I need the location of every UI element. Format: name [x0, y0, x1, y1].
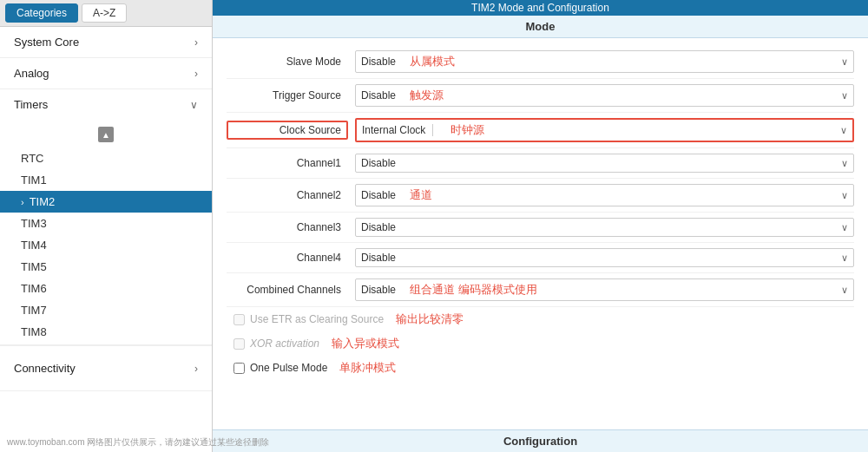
one-pulse-row: One Pulse Mode 单脉冲模式 [233, 356, 854, 380]
slave-mode-row: Slave Mode Disable 从属模式 ∨ [227, 45, 854, 79]
tim3-label: TIM3 [21, 217, 47, 230]
xor-activation-annotation: 输入异或模式 [332, 336, 399, 351]
slave-mode-dropdown-icon: ∨ [841, 56, 848, 68]
channel2-label: Channel2 [227, 189, 348, 201]
channel4-label: Channel4 [227, 252, 348, 264]
sidebar-item-rtc[interactable]: RTC [0, 147, 212, 169]
clock-source-dropdown-icon: ∨ [840, 125, 847, 136]
channel3-select[interactable]: Disable ∨ [355, 218, 854, 237]
channel3-value: Disable [361, 221, 396, 233]
trigger-source-row: Trigger Source Disable 触发源 ∨ [227, 79, 854, 113]
section-analog: Analog › [0, 58, 212, 89]
etr-clearing-row: Use ETR as Clearing Source 输出比较清零 [233, 307, 854, 331]
channel2-row: Channel2 Disable 通道 ∨ [227, 179, 854, 213]
sidebar-item-tim4[interactable]: TIM4 [0, 234, 212, 256]
timers-expand-button[interactable]: ▲ [98, 127, 114, 142]
trigger-source-select[interactable]: Disable 触发源 ∨ [355, 84, 854, 107]
tim5-label: TIM5 [21, 260, 47, 273]
combined-channels-dropdown-icon: ∨ [841, 285, 848, 296]
tim4-label: TIM4 [21, 239, 47, 252]
clock-source-value: Internal Clock [362, 124, 433, 136]
sidebar-item-tim3[interactable]: TIM3 [0, 213, 212, 234]
tim2-arrow-icon: › [21, 197, 24, 207]
channel2-dropdown-icon: ∨ [841, 190, 848, 201]
tim1-label: TIM1 [21, 174, 47, 187]
sidebar-item-tim1[interactable]: TIM1 [0, 169, 212, 191]
etr-clearing-checkbox[interactable] [233, 314, 245, 325]
channel2-select[interactable]: Disable 通道 ∨ [355, 184, 854, 206]
sidebar-item-tim6[interactable]: TIM6 [0, 278, 212, 299]
channel3-row: Channel3 Disable ∨ [227, 213, 854, 243]
trigger-source-annotation: 触发源 [410, 88, 444, 103]
main-content: TIM2 Mode and Configuration Mode Slave M… [213, 0, 868, 452]
trigger-source-label: Trigger Source [227, 89, 348, 102]
bottom-bar: Configuration [213, 429, 868, 452]
xor-activation-row: XOR activation 输入异或模式 [233, 331, 854, 356]
trigger-source-dropdown-icon: ∨ [841, 90, 848, 102]
channel1-select[interactable]: Disable ∨ [355, 154, 854, 173]
clock-source-select[interactable]: Internal Clock 时钟源 ∨ [355, 118, 854, 142]
combined-channels-annotation: 组合通道 编码器模式使用 [410, 282, 537, 298]
slave-mode-value: Disable [361, 56, 396, 68]
sidebar-tabs: Categories A->Z [0, 0, 212, 27]
channel1-row: Channel1 Disable ∨ [227, 148, 854, 179]
sidebar-content: System Core › Analog › Timers ∨ ▲ RTC [0, 27, 212, 452]
combined-channels-select[interactable]: Disable 组合通道 编码器模式使用 ∨ [355, 278, 854, 301]
tab-categories[interactable]: Categories [5, 3, 78, 23]
clock-source-row: Clock Source Internal Clock 时钟源 ∨ [227, 113, 854, 148]
analog-chevron: › [194, 68, 198, 80]
sidebar: Categories A->Z System Core › Analog › T… [0, 0, 213, 452]
section-timers: Timers ∨ ▲ RTC TIM1 › TIM2 TIM3 [0, 89, 212, 345]
combined-channels-value: Disable [361, 284, 396, 296]
tim8-label: TIM8 [21, 325, 47, 338]
sidebar-item-tim5[interactable]: TIM5 [0, 256, 212, 278]
tim6-label: TIM6 [21, 282, 47, 295]
system-core-header[interactable]: System Core › [0, 27, 212, 57]
timers-header[interactable]: Timers ∨ [0, 89, 212, 120]
combined-channels-row: Combined Channels Disable 组合通道 编码器模式使用 ∨ [227, 273, 854, 307]
timers-items: ▲ RTC TIM1 › TIM2 TIM3 TIM4 [0, 120, 212, 344]
slave-mode-label: Slave Mode [227, 56, 348, 68]
channel1-label: Channel1 [227, 157, 348, 169]
system-core-chevron: › [194, 36, 198, 49]
connectivity-label: Connectivity [14, 362, 76, 375]
etr-clearing-label: Use ETR as Clearing Source [250, 313, 384, 325]
sidebar-item-tim2[interactable]: › TIM2 [0, 191, 212, 213]
channel2-annotation: 通道 [410, 187, 432, 203]
analog-label: Analog [14, 67, 49, 80]
clock-source-annotation: 时钟源 [450, 122, 484, 138]
channel2-value: Disable [361, 189, 396, 201]
section-connectivity: Connectivity › [0, 345, 212, 391]
channel4-select[interactable]: Disable ∨ [355, 248, 854, 267]
rtc-label: RTC [21, 152, 43, 165]
one-pulse-label: One Pulse Mode [250, 362, 327, 374]
sidebar-item-tim7[interactable]: TIM7 [0, 299, 212, 321]
analog-header[interactable]: Analog › [0, 58, 212, 88]
main-header: TIM2 Mode and Configuration [213, 0, 868, 16]
tab-atoz[interactable]: A->Z [82, 3, 127, 23]
xor-activation-checkbox[interactable] [233, 338, 245, 350]
channel3-label: Channel3 [227, 221, 348, 233]
sidebar-item-tim8[interactable]: TIM8 [0, 321, 212, 343]
combined-channels-label: Combined Channels [227, 284, 348, 296]
mode-section-title: Mode [213, 16, 868, 38]
slave-mode-select[interactable]: Disable 从属模式 ∨ [355, 50, 854, 73]
xor-activation-label: XOR activation [250, 337, 319, 350]
connectivity-chevron: › [194, 363, 198, 375]
section-system-core: System Core › [0, 27, 212, 58]
channel1-value: Disable [361, 157, 396, 169]
channel4-row: Channel4 Disable ∨ [227, 243, 854, 273]
timers-chevron: ∨ [190, 99, 198, 111]
channel4-value: Disable [361, 252, 396, 264]
watermark: www.toymoban.com 网络图片仅供展示，请勿建议通过某些途径删除 [7, 436, 269, 449]
slave-mode-annotation: 从属模式 [410, 54, 455, 69]
config-panel: Slave Mode Disable 从属模式 ∨ Trigger Source… [213, 38, 868, 429]
etr-clearing-annotation: 输出比较清零 [396, 311, 464, 327]
one-pulse-checkbox[interactable] [233, 363, 245, 374]
connectivity-header[interactable]: Connectivity › [0, 353, 212, 383]
one-pulse-annotation: 单脉冲模式 [339, 360, 396, 376]
system-core-label: System Core [14, 36, 79, 49]
channel1-dropdown-icon: ∨ [841, 158, 848, 169]
trigger-source-value: Disable [361, 89, 396, 102]
channel3-dropdown-icon: ∨ [841, 222, 848, 233]
